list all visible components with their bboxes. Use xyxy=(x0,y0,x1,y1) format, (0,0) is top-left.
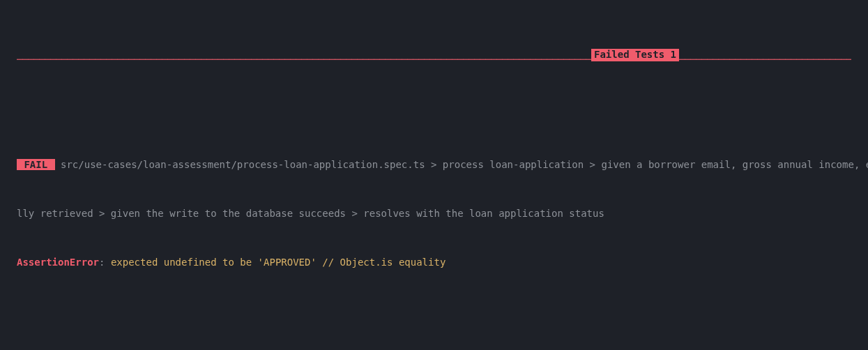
test-path-1: src/use-cases/loan-assessment/process-lo… xyxy=(55,159,868,170)
assertion-line: AssertionError: expected undefined to be… xyxy=(0,257,868,269)
failed-tests-badge: Failed Tests 1 xyxy=(591,49,679,61)
banner-line: ⎯⎯⎯⎯⎯⎯⎯⎯⎯⎯⎯⎯⎯⎯⎯⎯⎯⎯⎯⎯⎯⎯⎯⎯⎯⎯⎯⎯⎯⎯⎯⎯⎯⎯⎯⎯⎯⎯⎯⎯… xyxy=(0,49,868,61)
rule-right: ⎯⎯⎯⎯⎯⎯⎯⎯⎯⎯⎯⎯⎯⎯⎯⎯⎯⎯⎯⎯⎯⎯⎯⎯⎯⎯⎯⎯⎯⎯⎯⎯⎯⎯⎯⎯⎯⎯⎯⎯… xyxy=(679,49,851,61)
fail-line-1: FAIL src/use-cases/loan-assessment/proce… xyxy=(0,159,868,172)
assertion-label: AssertionError xyxy=(17,257,99,268)
assertion-message: expected undefined to be 'APPROVED' // O… xyxy=(111,257,446,268)
fail-badge: FAIL xyxy=(17,159,55,170)
fail-line-2: lly retrieved > given the write to the d… xyxy=(0,208,868,220)
rule-left: ⎯⎯⎯⎯⎯⎯⎯⎯⎯⎯⎯⎯⎯⎯⎯⎯⎯⎯⎯⎯⎯⎯⎯⎯⎯⎯⎯⎯⎯⎯⎯⎯⎯⎯⎯⎯⎯⎯⎯⎯… xyxy=(17,49,591,61)
